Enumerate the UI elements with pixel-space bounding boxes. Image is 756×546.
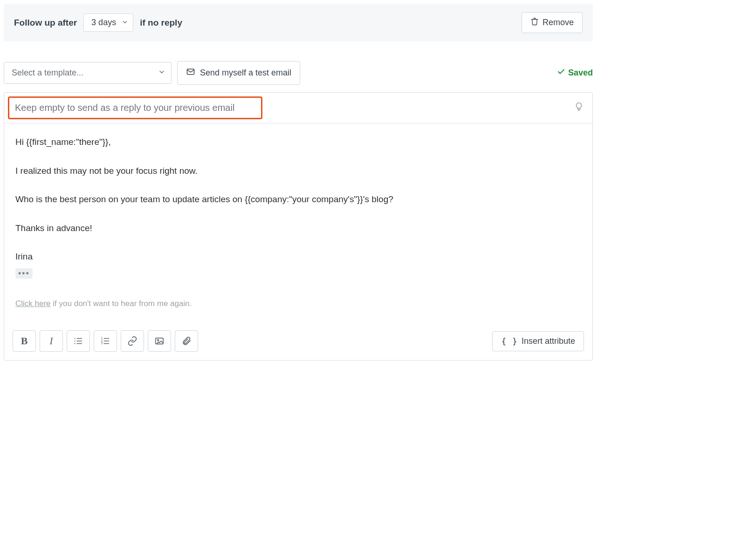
chevron-down-icon [122,18,128,27]
unsubscribe-text: if you don't want to hear from me again. [51,299,192,308]
svg-point-14 [158,340,159,341]
body-line: Thanks in advance! [15,222,581,235]
ordered-list-button[interactable]: 123 [94,330,117,352]
followup-delay-select[interactable]: 3 days [83,14,133,32]
link-button[interactable] [121,330,144,352]
ellipsis-icon[interactable]: ••• [15,268,33,279]
body-line: Hi {{first_name:"there"}}, [15,136,581,149]
editor-toolbar: B I 123 { } Insert attribute [4,324,592,360]
remove-button-label: Remove [543,18,574,27]
subject-row [4,93,592,123]
svg-point-3 [75,341,76,341]
trash-icon [530,17,539,28]
image-button[interactable] [148,330,171,352]
template-placeholder: Select a template... [12,68,83,77]
followup-header: Follow up after 3 days if no reply Remov… [4,4,593,41]
insert-attribute-button[interactable]: { } Insert attribute [492,331,584,351]
followup-prefix: Follow up after [14,18,77,28]
italic-button[interactable]: I [40,330,63,352]
send-test-email-label: Send myself a test email [200,68,291,78]
envelope-icon [186,67,195,79]
saved-label: Saved [568,68,593,78]
body-line: I realized this may not be your focus ri… [15,164,581,177]
attachment-button[interactable] [175,330,198,352]
subject-input[interactable] [9,98,261,118]
email-editor: Hi {{first_name:"there"}}, I realized th… [4,92,593,361]
subject-highlight [8,96,262,119]
svg-point-5 [75,343,76,344]
braces-icon: { } [501,336,518,346]
followup-suffix: if no reply [140,18,182,28]
email-body[interactable]: Hi {{first_name:"there"}}, I realized th… [4,123,592,324]
unsubscribe-link[interactable]: Click here [15,299,51,308]
unordered-list-button[interactable] [67,330,90,352]
template-select[interactable]: Select a template... [4,62,172,84]
saved-status: Saved [557,68,593,78]
controls-row: Select a template... Send myself a test … [4,61,593,85]
svg-text:3: 3 [101,341,103,345]
svg-point-1 [75,338,76,339]
unsubscribe-line: Click here if you don't want to hear fro… [15,298,581,310]
chevron-down-icon [158,68,165,78]
send-test-email-button[interactable]: Send myself a test email [177,61,300,85]
lightbulb-icon[interactable] [572,100,586,116]
body-signature: Irina [15,250,581,263]
insert-attribute-label: Insert attribute [522,336,575,346]
remove-button[interactable]: Remove [522,12,583,33]
bold-button[interactable]: B [13,330,36,352]
followup-timing: Follow up after 3 days if no reply [14,14,182,32]
svg-rect-13 [156,338,164,344]
body-line: Who is the best person on your team to u… [15,193,581,206]
check-icon [557,68,565,78]
followup-delay-value: 3 days [91,18,116,27]
